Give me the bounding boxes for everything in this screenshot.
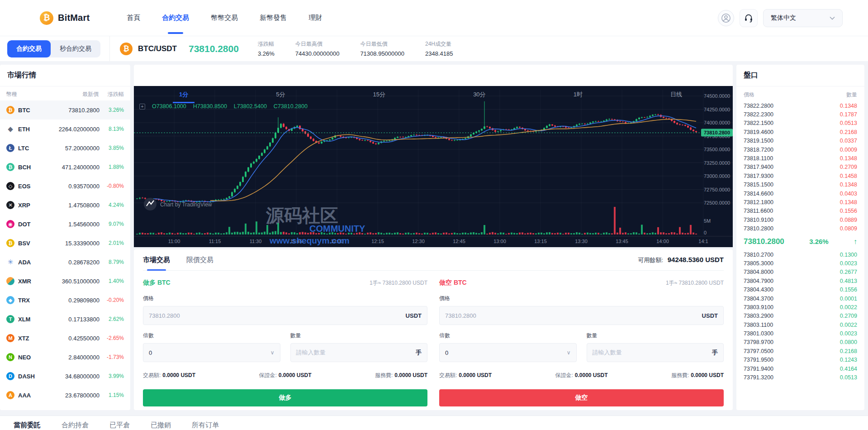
ticker-stat: 24H成交量2348.4185 bbox=[425, 40, 453, 57]
orders-tab-所有订单[interactable]: 所有订单 bbox=[192, 421, 219, 430]
orders-tab-合約持倉[interactable]: 合約持倉 bbox=[62, 421, 89, 430]
orderbook-row[interactable]: 73810.27000.1300 bbox=[744, 250, 857, 259]
orderbook-row[interactable]: 73791.32000.0513 bbox=[744, 373, 857, 382]
nav-item-合約交易[interactable]: 合約交易 bbox=[151, 0, 200, 36]
ob-qty: 0.2168 bbox=[840, 129, 857, 135]
orderbook-row[interactable]: 73819.46000.2168 bbox=[744, 128, 857, 136]
coin-icon-AAA: A bbox=[6, 391, 14, 399]
orderbook-row[interactable]: 73803.11000.0022 bbox=[744, 320, 857, 329]
ob-price: 73791.9500 bbox=[744, 357, 773, 363]
price-input-short[interactable]: 73810.2800USDT bbox=[439, 306, 724, 325]
submit-short-button[interactable]: 做空 bbox=[439, 389, 724, 406]
timeframe-15分[interactable]: 15分 bbox=[367, 88, 392, 103]
orderbook-row[interactable]: 73818.11000.1348 bbox=[744, 154, 857, 162]
leverage-select-long[interactable]: 0∨ bbox=[143, 343, 280, 362]
ob-price: 73822.1500 bbox=[744, 120, 773, 126]
market-row-XLM[interactable]: TXLM0.171338002.62% bbox=[0, 310, 130, 329]
coin-symbol: BCH bbox=[18, 164, 47, 171]
market-row-ETH[interactable]: ◆ETH2264.020000008.13% bbox=[0, 119, 130, 139]
orderbook-row[interactable]: 73803.29000.2709 bbox=[744, 312, 857, 320]
orderbook-row[interactable]: 73810.91000.0889 bbox=[744, 215, 857, 224]
up-arrow-icon: ↑ bbox=[854, 238, 857, 246]
orderbook-row[interactable]: 73804.80000.2677 bbox=[744, 268, 857, 277]
orderbook-row[interactable]: 73822.23000.1787 bbox=[744, 110, 857, 119]
orders-tab-已平倉[interactable]: 已平倉 bbox=[109, 421, 130, 430]
candlestick-chart[interactable]: 11:0011:1511:3011:4512:0012:1512:3012:45… bbox=[134, 86, 733, 247]
support-button[interactable] bbox=[740, 9, 758, 27]
orderbook-row[interactable]: 73804.37000.0001 bbox=[744, 294, 857, 303]
orders-tab-當前委託[interactable]: 當前委託 bbox=[14, 421, 41, 430]
orderbook-row[interactable]: 73791.94000.4164 bbox=[744, 364, 857, 373]
timeframe-1分[interactable]: 1分 bbox=[173, 88, 194, 103]
market-row-NEO[interactable]: NNEO2.84000000-1.73% bbox=[0, 348, 130, 367]
orderbook-row[interactable]: 73804.43000.1556 bbox=[744, 285, 857, 294]
orderbook-row[interactable]: 73801.03000.0023 bbox=[744, 329, 857, 338]
market-row-TRX[interactable]: ◆TRX0.29809800-0.20% bbox=[0, 291, 130, 310]
market-row-EOS[interactable]: ◇EOS0.93570000-0.80% bbox=[0, 177, 130, 196]
nav-item-幣幣交易[interactable]: 幣幣交易 bbox=[200, 0, 249, 36]
orderbook-row[interactable]: 73798.97000.0800 bbox=[744, 338, 857, 347]
orderbook-row[interactable]: 73803.91000.0022 bbox=[744, 303, 857, 311]
orderbook-row[interactable]: 73819.15000.0337 bbox=[744, 137, 857, 145]
timeframe-1时[interactable]: 1时 bbox=[567, 88, 589, 103]
ticker-stat: 今日最高價74430.00000000 bbox=[295, 40, 340, 57]
market-row-DASH[interactable]: DDASH34.680000003.99% bbox=[0, 367, 130, 386]
market-row-DOT[interactable]: ◉DOT1.545600009.07% bbox=[0, 215, 130, 234]
orderbook-row[interactable]: 73804.79000.4813 bbox=[744, 277, 857, 285]
nav-item-首頁[interactable]: 首頁 bbox=[116, 0, 151, 36]
compare-icon[interactable]: + bbox=[139, 104, 145, 110]
orderbook-row[interactable]: 73810.28000.0809 bbox=[744, 224, 857, 233]
user-avatar[interactable] bbox=[718, 10, 734, 26]
market-row-LTC[interactable]: ŁLTC57.200000003.85% bbox=[0, 139, 130, 158]
market-row-BSV[interactable]: ₿BSV15.333900002.01% bbox=[0, 234, 130, 253]
orderbook-row[interactable]: 73818.72000.0009 bbox=[744, 145, 857, 154]
market-row-XMR[interactable]: XMR360.510000001.40% bbox=[0, 272, 130, 291]
quantity-input-long[interactable]: 請輸入數量手 bbox=[290, 343, 428, 362]
orderbook-row[interactable]: 73822.15000.0513 bbox=[744, 119, 857, 128]
orders-tab-已撤銷[interactable]: 已撤銷 bbox=[151, 421, 171, 430]
language-select[interactable]: 繁体中文 bbox=[763, 9, 843, 27]
market-row-XTZ[interactable]: MXTZ0.42550000-2.65% bbox=[0, 329, 130, 348]
orderbook-row[interactable]: 73811.66000.1556 bbox=[744, 207, 857, 215]
nav-item-新幣發售[interactable]: 新幣發售 bbox=[249, 0, 298, 36]
orderbook-row[interactable]: 73817.93000.1458 bbox=[744, 172, 857, 180]
orderbook-row[interactable]: 73805.30000.0023 bbox=[744, 259, 857, 268]
ob-qty: 0.0023 bbox=[840, 260, 857, 267]
market-row-BTC[interactable]: ₿BTC73810.28003.26% bbox=[0, 100, 130, 119]
toggle-futures[interactable]: 合約交易 bbox=[7, 40, 51, 57]
ob-qty: 0.1556 bbox=[840, 208, 857, 214]
trade-tab-市場交易[interactable]: 市場交易 bbox=[143, 249, 170, 271]
ohlc-low: L73802.5400 bbox=[234, 103, 267, 110]
orderbook-row[interactable]: 73812.18000.1348 bbox=[744, 198, 857, 206]
timeframe-日线[interactable]: 日线 bbox=[664, 88, 688, 103]
market-row-BCH[interactable]: ₿BCH471.240000001.88% bbox=[0, 158, 130, 177]
market-row-XRP[interactable]: ✕XRP1.475080004.24% bbox=[0, 196, 130, 215]
orderbook-row[interactable]: 73797.05000.2168 bbox=[744, 347, 857, 355]
leverage-select-short[interactable]: 0∨ bbox=[439, 343, 577, 362]
orderbook-row[interactable]: 73817.94000.2709 bbox=[744, 163, 857, 172]
orderbook-row[interactable]: 73791.95000.1243 bbox=[744, 356, 857, 364]
toggle-seconds-futures[interactable]: 秒合約交易 bbox=[51, 40, 100, 57]
coin-icon-ADA: ✳ bbox=[6, 258, 14, 266]
orderbook-row[interactable]: 73815.15000.1348 bbox=[744, 181, 857, 189]
price-input-long[interactable]: 73810.2800USDT bbox=[143, 306, 427, 325]
trade-tab-限價交易[interactable]: 限價交易 bbox=[186, 249, 213, 271]
timeframe-5分[interactable]: 5分 bbox=[270, 88, 291, 103]
timeframe-30分[interactable]: 30分 bbox=[467, 88, 492, 103]
lever-qty-row: 0∨請輸入數量手 bbox=[439, 343, 724, 362]
orderbook-row[interactable]: 73814.66000.0403 bbox=[744, 189, 857, 198]
stat-value: 3.26% bbox=[258, 50, 275, 57]
ob-qty: 0.0403 bbox=[840, 191, 857, 197]
market-row-AAA[interactable]: AAAA23.678000001.15% bbox=[0, 386, 130, 405]
brand[interactable]: ₿ BitMart bbox=[40, 11, 90, 25]
coin-icon-XLM: T bbox=[6, 315, 14, 323]
quantity-input-short[interactable]: 請輸入數量手 bbox=[587, 343, 724, 362]
submit-long-button[interactable]: 做多 bbox=[143, 389, 427, 406]
ob-qty: 0.0022 bbox=[840, 304, 857, 311]
market-row-ADA[interactable]: ✳ADA0.286782008.79% bbox=[0, 253, 130, 272]
quantity-placeholder: 請輸入數量 bbox=[296, 349, 326, 357]
fee-item: 交易額:0.0000 USDT bbox=[143, 372, 195, 379]
coin-price: 0.29809800 bbox=[47, 297, 100, 304]
orderbook-row[interactable]: 73822.28000.1348 bbox=[744, 101, 857, 110]
nav-item-理財[interactable]: 理財 bbox=[298, 0, 333, 36]
